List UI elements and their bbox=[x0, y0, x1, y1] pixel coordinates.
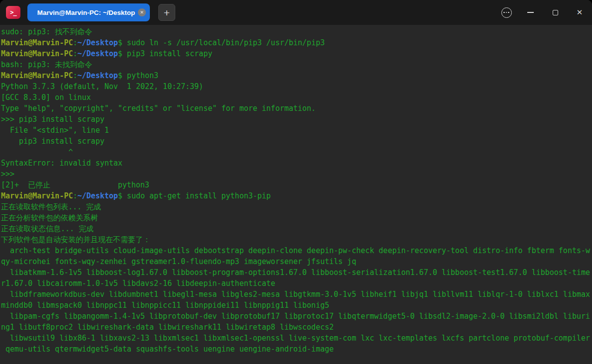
terminal-line: ng1 libutf8proc2 libwireshark-data libwi… bbox=[1, 322, 592, 333]
terminal-line: qy-microhei fonts-wqy-zenhei gstreamer1.… bbox=[1, 256, 592, 267]
terminal-window: >_ Marvin@Marvin-PC: ~/Desktop ✕ + ✕ sud… bbox=[0, 0, 592, 364]
new-tab-button[interactable]: + bbox=[158, 4, 175, 21]
terminal-line: Marvin@Marvin-PC:~/Desktop$ sudo ln -s /… bbox=[1, 37, 592, 48]
terminal-line: SyntaxError: invalid syntax bbox=[1, 158, 592, 169]
terminal-line: r1.67.0 libcairomm-1.0-1v5 libdavs2-16 l… bbox=[1, 278, 592, 289]
terminal-line: 下列软件包是自动安装的并且现在不需要了： bbox=[1, 234, 592, 245]
tab-title: Marvin@Marvin-PC: ~/Desktop bbox=[34, 9, 138, 16]
titlebar[interactable]: >_ Marvin@Marvin-PC: ~/Desktop ✕ + ✕ bbox=[0, 0, 592, 25]
terminal-line: [GCC 8.3.0] on linux bbox=[1, 92, 592, 103]
terminal-line: minddb0 libmspack0 libnppc11 libnppicc11… bbox=[1, 300, 592, 311]
terminal-line: libdframeworkdbus-dev libdumbnet1 libegl… bbox=[1, 289, 592, 300]
terminal-line: sudo: pip3: 找不到命令 bbox=[1, 26, 592, 37]
terminal-line: [2]+ 已停止 python3 bbox=[1, 180, 592, 190]
terminal-line: >>> pip3 install scrapy bbox=[1, 114, 592, 125]
terminal-line: Marvin@Marvin-PC:~/Desktop$ sudo apt-get… bbox=[1, 190, 592, 201]
terminal-line: Marvin@Marvin-PC:~/Desktop$ pip3 install… bbox=[1, 48, 592, 59]
terminal-line: Type "help", "copyright", "credits" or "… bbox=[1, 103, 592, 114]
close-icon[interactable]: ✕ bbox=[571, 0, 588, 25]
terminal-line: ^ bbox=[1, 147, 592, 158]
terminal-line: libatkmm-1.6-1v5 libboost-log1.67.0 libb… bbox=[1, 267, 592, 278]
minimize-icon[interactable] bbox=[522, 0, 539, 25]
terminal-line: bash: pip3: 未找到命令 bbox=[1, 59, 592, 70]
terminal-line: libpam-cgfs libpangomm-1.4-1v5 libprotob… bbox=[1, 311, 592, 322]
terminal-line: qemu-utils qtermwidget5-data squashfs-to… bbox=[1, 344, 592, 355]
terminal-line: pip3 install scrapy bbox=[1, 136, 592, 147]
terminal-line: 正在读取软件包列表... 完成 bbox=[1, 201, 592, 212]
terminal-line: 正在读取状态信息... 完成 bbox=[1, 223, 592, 234]
terminal-screen[interactable]: sudo: pip3: 找不到命令Marvin@Marvin-PC:~/Desk… bbox=[0, 25, 592, 364]
terminal-line: 正在分析软件包的依赖关系树 bbox=[1, 212, 592, 223]
ellipsis-menu-icon[interactable] bbox=[498, 0, 515, 25]
ellipsis-circle bbox=[501, 7, 512, 18]
terminal-line: >>> bbox=[1, 169, 592, 180]
terminal-line: Python 3.7.3 (default, Nov 1 2022, 10:27… bbox=[1, 81, 592, 92]
terminal-line: Marvin@Marvin-PC:~/Desktop$ python3 bbox=[1, 70, 592, 81]
tab-active[interactable]: Marvin@Marvin-PC: ~/Desktop ✕ bbox=[27, 3, 150, 21]
terminal-line: arch-test bridge-utils cloud-image-utils… bbox=[1, 245, 592, 256]
terminal-app-icon: >_ bbox=[6, 6, 20, 19]
tab-close-icon[interactable]: ✕ bbox=[138, 8, 146, 16]
terminal-line: libwsutil9 libx86-1 libxavs2-13 libxmlse… bbox=[1, 333, 592, 344]
terminal-line: File "<stdin>", line 1 bbox=[1, 125, 592, 136]
maximize-icon[interactable] bbox=[547, 0, 564, 25]
